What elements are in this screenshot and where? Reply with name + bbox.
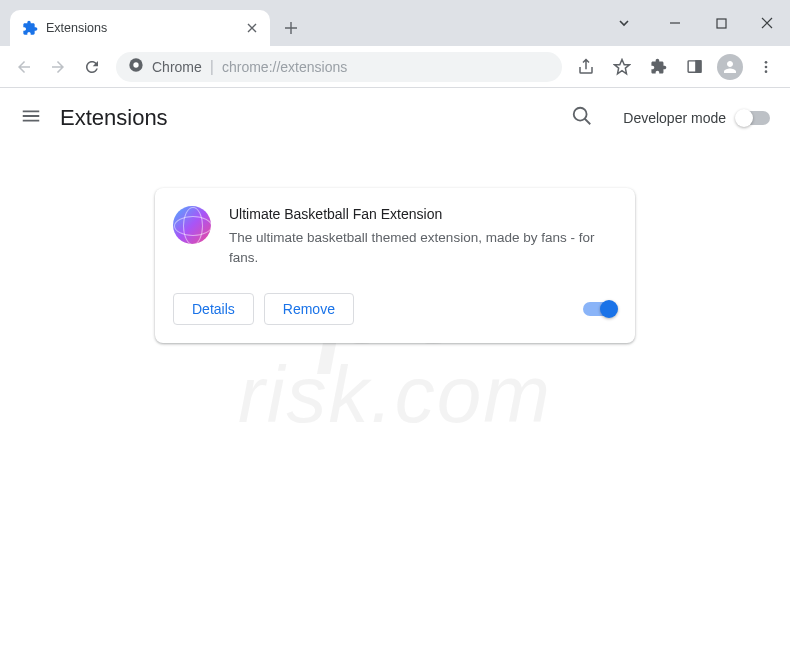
share-button[interactable] [570, 51, 602, 83]
developer-mode-toggle[interactable] [736, 111, 770, 125]
browser-tab[interactable]: Extensions [10, 10, 270, 46]
avatar-icon [717, 54, 743, 80]
developer-mode-label: Developer mode [623, 110, 726, 126]
svg-point-5 [765, 61, 768, 64]
extension-puzzle-icon [22, 20, 38, 36]
details-button[interactable]: Details [173, 293, 254, 325]
page-header: Extensions Developer mode [0, 88, 790, 148]
svg-rect-4 [695, 61, 700, 72]
url-origin-label: Chrome [152, 59, 202, 75]
window-controls [606, 0, 790, 46]
minimize-button[interactable] [652, 3, 698, 43]
side-panel-button[interactable] [678, 51, 710, 83]
extension-enable-toggle[interactable] [583, 302, 617, 316]
url-path: chrome://extensions [222, 59, 347, 75]
url-input[interactable]: Chrome | chrome://extensions [116, 52, 562, 82]
extension-description: The ultimate basketball themed extension… [229, 228, 617, 269]
svg-rect-0 [717, 19, 726, 28]
extension-basketball-icon [173, 206, 211, 244]
back-button[interactable] [8, 51, 40, 83]
new-tab-button[interactable] [276, 13, 306, 43]
url-divider: | [210, 58, 214, 76]
svg-point-8 [574, 108, 587, 121]
address-bar: Chrome | chrome://extensions [0, 46, 790, 88]
svg-point-2 [133, 62, 138, 67]
extension-name: Ultimate Basketball Fan Extension [229, 206, 617, 222]
window-titlebar: Extensions [0, 0, 790, 46]
tab-search-button[interactable] [606, 8, 642, 38]
profile-button[interactable] [714, 51, 746, 83]
bookmark-button[interactable] [606, 51, 638, 83]
extensions-list: Ultimate Basketball Fan Extension The ul… [0, 148, 790, 383]
main-menu-button[interactable] [20, 105, 42, 131]
svg-point-7 [765, 70, 768, 73]
extensions-button[interactable] [642, 51, 674, 83]
remove-button[interactable]: Remove [264, 293, 354, 325]
menu-button[interactable] [750, 51, 782, 83]
search-extensions-button[interactable] [571, 105, 593, 131]
svg-point-6 [765, 65, 768, 68]
tab-close-button[interactable] [244, 20, 260, 36]
tab-title: Extensions [46, 21, 236, 35]
forward-button[interactable] [42, 51, 74, 83]
reload-button[interactable] [76, 51, 108, 83]
developer-mode-row: Developer mode [623, 110, 770, 126]
close-window-button[interactable] [744, 3, 790, 43]
chrome-logo-icon [128, 57, 144, 77]
extension-card: Ultimate Basketball Fan Extension The ul… [155, 188, 635, 343]
page-title: Extensions [60, 105, 553, 131]
maximize-button[interactable] [698, 3, 744, 43]
